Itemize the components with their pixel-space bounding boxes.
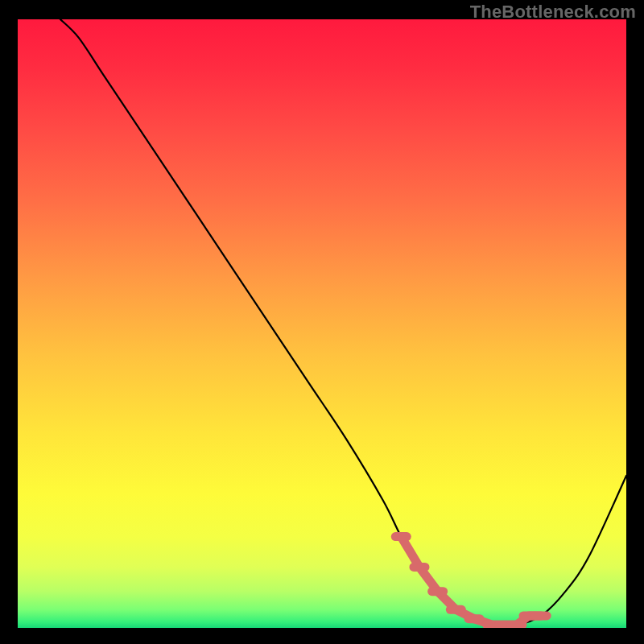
bottleneck-plot [18, 19, 626, 628]
chart-frame: TheBottleneck.com [0, 0, 644, 644]
gradient-background [18, 19, 626, 628]
watermark-label: TheBottleneck.com [470, 2, 636, 23]
plot-area [18, 19, 626, 628]
